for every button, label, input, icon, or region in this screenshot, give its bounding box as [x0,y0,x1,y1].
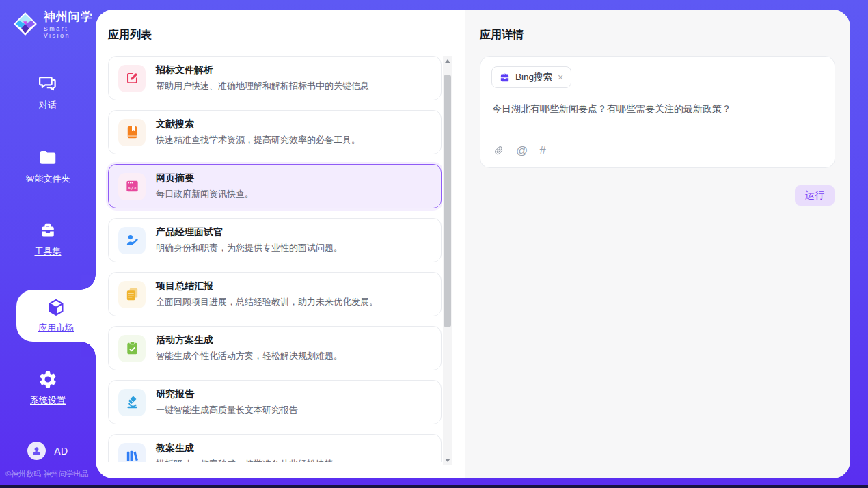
app-title: 教案生成 [156,442,334,455]
app-title: 产品经理面试官 [156,226,342,239]
app-text: 招标文件解析 帮助用户快速、准确地理解和解析招标书中的关键信息 [156,64,369,92]
app-detail-title: 应用详情 [480,28,524,42]
brand-name: 神州问学 [44,9,96,25]
sidebar-item-label: 应用市场 [38,322,74,334]
app-desc: 智能生成个性化活动方案，轻松解决规划难题。 [156,350,342,362]
sidebar-item-toolset[interactable]: 工具集 [0,220,96,258]
app-list-title: 应用列表 [108,28,152,42]
app-desc: 模板驱动，教案秒成，教学准备从此轻松快捷 [156,458,334,462]
microscope-icon [118,389,146,416]
brand: 神州问学 Smart Vision [12,9,96,39]
sidebar-item-label: 系统设置 [30,394,66,407]
app-list-item[interactable]: 项目总结汇报 全面回顾项目进展，总结经验教训，助力未来优化发展。 [108,272,442,316]
cube-icon [46,297,66,318]
clipboard-check-icon [118,335,146,362]
app-desc: 一键智能生成高质量长文本研究报告 [156,404,298,416]
gem-diamond-icon [12,10,38,38]
book-icon [118,119,146,146]
app-list-item[interactable]: 文献搜索 快速精准查找学术资源，提高研究效率的必备工具。 [108,110,442,154]
app-text: 研究报告 一键智能生成高质量长文本研究报告 [156,388,298,416]
mention-icon[interactable]: @ [516,145,528,157]
app-title: 项目总结汇报 [156,280,378,293]
close-icon[interactable]: × [557,72,564,82]
app-title: 招标文件解析 [156,64,369,77]
app-list-item[interactable]: 研究报告 一键智能生成高质量长文本研究报告 [108,380,442,424]
app-text: 教案生成 模板驱动，教案秒成，教学准备从此轻松快捷 [156,442,334,462]
sidebar-item-label: 智能文件夹 [26,173,70,185]
app-list: 招标文件解析 帮助用户快速、准确地理解和解析招标书中的关键信息 文献搜索 快速精… [96,46,442,462]
tool-chip-label: Bing搜索 [515,71,552,83]
app-desc: 每日政府新闻资讯快查。 [156,188,254,200]
app-list-item[interactable]: 活动方案生成 智能生成个性化活动方案，轻松解决规划难题。 [108,326,442,370]
app-title: 研究报告 [156,388,298,401]
notes-icon [118,281,146,308]
sidebar-item-label: 对话 [39,99,57,111]
app-title: 网页摘要 [156,172,254,185]
prompt-input[interactable]: 今日湖北有哪些新闻要点？有哪些需要关注的最新政策？ [492,103,824,116]
app-text: 产品经理面试官 明确身份和职责，为您提供专业性的面试问题。 [156,226,342,254]
hashtag-icon[interactable]: # [539,145,545,157]
attach-icon[interactable] [492,144,504,157]
sidebar: 神州问学 Smart Vision 对话 智能文件夹 工具集 [0,0,96,485]
chat-icon [38,74,58,94]
app-text: 项目总结汇报 全面回顾项目进展，总结经验教训，助力未来优化发展。 [156,280,378,308]
app-list-item[interactable]: 招标文件解析 帮助用户快速、准确地理解和解析招标书中的关键信息 [108,56,442,100]
app-text: 活动方案生成 智能生成个性化活动方案，轻松解决规划难题。 [156,334,342,362]
main-content: 应用列表 招标文件解析 帮助用户快速、准确地理解和解析招标书中的关键信息 文献搜… [96,10,850,478]
sidebar-item-settings[interactable]: 系统设置 [0,369,96,407]
sidebar-item-smart-folder[interactable]: 智能文件夹 [0,148,96,185]
toolbox-icon [38,220,58,241]
scroll-down-button[interactable] [443,455,452,465]
app-desc: 帮助用户快速、准确地理解和解析招标书中的关键信息 [156,80,369,92]
app-text: 网页摘要 每日政府新闻资讯快查。 [156,172,254,200]
interviewer-icon [118,227,146,254]
app-list-item[interactable]: 产品经理面试官 明确身份和职责，为您提供专业性的面试问题。 [108,218,442,262]
scroll-up-button[interactable] [443,56,452,66]
briefcase-icon [499,72,511,83]
copyright-text: ©神州数码·神州问学出品 [5,469,89,479]
prompt-card: Bing搜索 × 今日湖北有哪些新闻要点？有哪些需要关注的最新政策？ @ # [480,56,835,168]
books-icon [118,443,146,463]
svg-text:</>: </> [128,185,136,191]
browser-code-icon: </> [118,173,146,200]
app-desc: 明确身份和职责，为您提供专业性的面试问题。 [156,242,342,254]
triangle-up-icon [445,59,450,63]
brand-tagline: Smart Vision [44,25,96,39]
edit-square-icon [118,65,146,92]
app-list-item[interactable]: 教案生成 模板驱动，教案秒成，教学准备从此轻松快捷 [108,434,442,462]
gear-icon [38,369,58,390]
app-detail-panel: 应用详情 Bing搜索 × 今日湖北有哪些新闻要点？有哪些需要关注的最新政策？ … [465,10,850,478]
sidebar-item-chat[interactable]: 对话 [0,74,96,111]
user-initials: AD [54,446,68,457]
app-desc: 快速精准查找学术资源，提高研究效率的必备工具。 [156,134,360,146]
user-account[interactable]: AD [0,442,96,460]
scrollbar[interactable] [443,56,452,465]
sidebar-item-label: 工具集 [35,245,62,258]
scrollbar-thumb[interactable] [444,75,451,327]
app-desc: 全面回顾项目进展，总结经验教训，助力未来优化发展。 [156,296,378,308]
app-text: 文献搜索 快速精准查找学术资源，提高研究效率的必备工具。 [156,118,360,146]
person-icon [30,444,43,457]
attachment-toolbar: @ # [492,144,546,157]
triangle-down-icon [445,459,450,462]
app-list-panel: 应用列表 招标文件解析 帮助用户快速、准确地理解和解析招标书中的关键信息 文献搜… [96,10,465,478]
window-bottom-edge [0,485,868,488]
avatar [27,442,46,460]
run-button[interactable]: 运行 [795,185,835,206]
sidebar-item-app-market[interactable]: 应用市场 [16,290,96,342]
tool-chip-bing-search[interactable]: Bing搜索 × [491,66,571,88]
app-title: 活动方案生成 [156,334,342,347]
app-title: 文献搜索 [156,118,360,131]
app-list-item[interactable]: </> 网页摘要 每日政府新闻资讯快查。 [108,164,442,208]
folder-icon [38,148,58,168]
